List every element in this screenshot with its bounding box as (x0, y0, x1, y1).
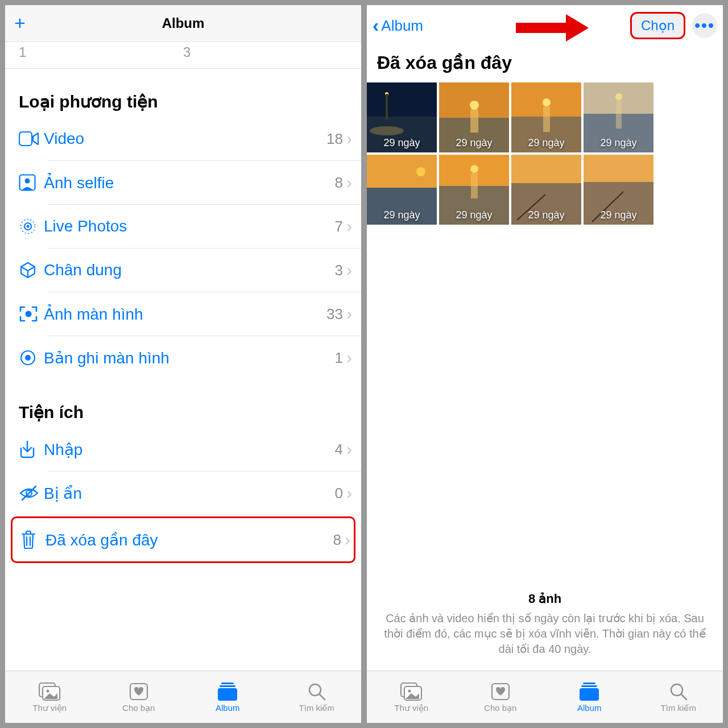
page-title: Đã xóa gần đây (367, 46, 723, 82)
svg-point-52 (408, 689, 411, 692)
count-b: 3 (183, 44, 348, 60)
row-label: Live Photos (44, 217, 335, 235)
row-count: 8 (335, 174, 343, 192)
photo-thumb[interactable]: 29 ngày (439, 82, 509, 152)
svg-point-35 (615, 93, 622, 100)
row-portrait[interactable]: Chân dung 3 › (5, 249, 361, 292)
livephotos-icon (19, 217, 44, 235)
photo-thumb[interactable]: 29 ngày (367, 155, 437, 225)
row-screenshots[interactable]: Ảnh màn hình 33 › (5, 292, 361, 336)
photo-thumb[interactable]: 29 ngày (511, 155, 581, 225)
days-label: 29 ngày (584, 209, 653, 221)
library-icon (400, 681, 423, 702)
chevron-right-icon: › (346, 304, 352, 324)
back-button[interactable]: ‹ Album (373, 17, 423, 35)
row-count: 3 (335, 262, 343, 279)
ellipsis-icon: ••• (694, 16, 714, 35)
chevron-right-icon: › (345, 530, 350, 549)
footer-info: 8 ảnh Các ảnh và video hiển thị số ngày … (367, 592, 723, 657)
svg-rect-20 (367, 82, 437, 117)
tab-album[interactable]: Album (545, 671, 634, 723)
tab-label: Cho bạn (122, 703, 155, 713)
tab-library[interactable]: Thư viện (367, 671, 456, 723)
row-video[interactable]: Video 18 › (5, 117, 361, 160)
photo-thumb[interactable]: 29 ngày (511, 82, 581, 152)
svg-point-13 (47, 689, 49, 692)
navbar: + Album (5, 5, 361, 42)
svg-rect-17 (218, 688, 237, 701)
svg-point-18 (309, 684, 321, 696)
row-label: Đã xóa gần đây (46, 531, 333, 549)
tab-bar: Thư viện Cho bạn Album Tìm kiếm (5, 671, 361, 723)
row-recently-deleted[interactable]: Đã xóa gần đây 8 › (13, 518, 354, 561)
photo-thumb[interactable]: 29 ngày (439, 155, 509, 225)
import-icon (19, 440, 44, 458)
row-label: Nhập (44, 440, 335, 459)
row-count: 33 (326, 305, 343, 323)
row-label: Chân dung (44, 261, 335, 279)
tab-label: Thư viện (394, 703, 428, 713)
tab-label: Album (577, 703, 602, 713)
row-livephotos[interactable]: Live Photos 7 › (5, 205, 361, 248)
album-list-screen: + Album 1 3 Loại phương tiện Video 18 › … (5, 5, 361, 723)
photo-thumb[interactable]: 29 ngày (584, 82, 653, 152)
svg-rect-43 (471, 173, 478, 198)
photo-thumb[interactable]: 29 ngày (367, 82, 437, 152)
row-label: Ảnh selfie (44, 173, 335, 192)
photo-grid: 29 ngày 29 ngày 29 ngày 29 ngày 29 ngày … (367, 82, 723, 225)
svg-point-2 (25, 179, 30, 184)
svg-point-42 (470, 165, 478, 173)
callout-arrow-icon (516, 13, 590, 42)
svg-rect-54 (583, 682, 595, 684)
row-count: 1 (335, 349, 343, 367)
row-label: Ảnh màn hình (44, 305, 326, 324)
row-screenrecording[interactable]: Bản ghi màn hình 1 › (5, 336, 361, 379)
svg-rect-37 (367, 155, 437, 188)
tab-label: Thư viện (32, 703, 67, 713)
row-count: 4 (335, 441, 343, 458)
svg-rect-0 (19, 132, 32, 146)
add-album-button[interactable]: + (14, 13, 26, 32)
svg-rect-28 (470, 110, 478, 133)
chevron-right-icon: › (346, 217, 352, 236)
tab-library[interactable]: Thư viện (5, 671, 94, 723)
row-label: Bản ghi màn hình (44, 349, 335, 367)
navbar-title: Album (162, 15, 205, 31)
album-icon (578, 681, 600, 702)
days-label: 29 ngày (439, 137, 509, 149)
more-button[interactable]: ••• (692, 13, 717, 38)
screenshot-icon (19, 305, 44, 322)
select-button[interactable]: Chọn (630, 12, 685, 39)
search-icon (669, 681, 688, 702)
tab-label: Album (216, 703, 240, 713)
days-label: 29 ngày (367, 137, 437, 149)
tab-album[interactable]: Album (183, 671, 272, 723)
svg-point-24 (370, 126, 404, 135)
chevron-right-icon: › (346, 173, 352, 192)
days-label: 29 ngày (584, 137, 653, 149)
svg-rect-15 (221, 682, 234, 684)
media-list: Video 18 › Ảnh selfie 8 › Live Photos 7 … (5, 117, 361, 379)
tab-foryou[interactable]: Cho bạn (456, 671, 545, 723)
row-count: 8 (333, 531, 341, 549)
chevron-right-icon: › (346, 440, 352, 459)
library-icon (38, 681, 61, 702)
footer-description: Các ảnh và video hiển thị số ngày còn lạ… (383, 611, 707, 657)
days-label: 29 ngày (511, 209, 581, 221)
row-imports[interactable]: Nhập 4 › (5, 428, 361, 471)
section-header-media: Loại phương tiện (5, 69, 361, 117)
selfie-icon (19, 174, 44, 191)
highlight-recently-deleted: Đã xóa gần đây 8 › (11, 516, 355, 563)
svg-rect-44 (511, 155, 581, 183)
row-hidden[interactable]: Bị ẩn 0 › (5, 471, 361, 515)
row-count: 7 (335, 218, 343, 235)
tab-search[interactable]: Tìm kiếm (634, 671, 723, 723)
trash-icon (20, 530, 46, 549)
row-count: 18 (326, 130, 343, 148)
row-selfie[interactable]: Ảnh selfie 8 › (5, 161, 361, 204)
svg-point-6 (26, 311, 32, 317)
tab-foryou[interactable]: Cho bạn (94, 671, 184, 723)
count-a: 1 (19, 44, 183, 60)
tab-search[interactable]: Tìm kiếm (272, 671, 362, 723)
photo-thumb[interactable]: 29 ngày (584, 155, 653, 225)
